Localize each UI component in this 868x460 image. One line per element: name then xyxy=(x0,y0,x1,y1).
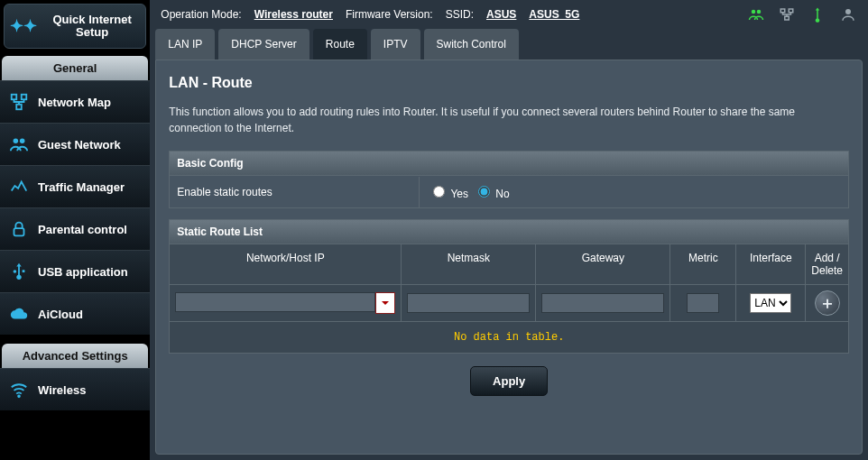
sidebar-item-label: AiCloud xyxy=(38,308,83,321)
sidebar-item-label: Wireless xyxy=(38,383,86,397)
tab-iptv[interactable]: IPTV xyxy=(371,29,420,60)
sidebar-item-aicloud[interactable]: AiCloud xyxy=(0,292,150,335)
operation-mode-label: Operation Mode: xyxy=(161,8,241,21)
metric-input[interactable] xyxy=(687,293,719,313)
svg-rect-1 xyxy=(22,95,27,100)
col-header-action: Add / Delete xyxy=(806,244,848,284)
tabs: LAN IP DHCP Server Route IPTV Switch Con… xyxy=(150,29,868,60)
network-icon[interactable] xyxy=(778,5,796,23)
firmware-version-label: Firmware Version: xyxy=(346,8,433,21)
guest-status-icon[interactable] xyxy=(839,5,857,23)
netmask-input[interactable] xyxy=(407,293,530,313)
traffic-manager-icon xyxy=(9,177,29,197)
guest-network-icon xyxy=(9,134,29,154)
add-route-button[interactable]: ＋ xyxy=(815,290,840,316)
clients-icon[interactable] xyxy=(747,5,765,23)
nav-general: Network Map Guest Network Traffic Manage… xyxy=(0,80,150,335)
tab-route[interactable]: Route xyxy=(313,29,367,60)
table-input-row: LAN ＋ xyxy=(169,285,849,322)
page-description: This function allows you to add routing … xyxy=(169,104,849,136)
sidebar-item-wireless[interactable]: Wireless xyxy=(0,368,150,410)
ssid-value-2[interactable]: ASUS_5G xyxy=(529,8,579,21)
interface-select[interactable]: LAN xyxy=(750,293,791,313)
svg-rect-0 xyxy=(12,95,17,100)
content: Operation Mode: Wireless router Firmware… xyxy=(150,0,868,460)
wand-icon: ✦✦ xyxy=(10,16,37,36)
enable-no-option[interactable]: No xyxy=(474,183,510,200)
wireless-icon xyxy=(9,380,29,400)
sidebar-item-label: Guest Network xyxy=(38,138,121,152)
tab-lan-ip[interactable]: LAN IP xyxy=(155,29,215,60)
page-title: LAN - Route xyxy=(169,75,849,91)
svg-rect-5 xyxy=(14,228,24,235)
svg-rect-9 xyxy=(780,9,785,13)
sidebar-item-label: USB application xyxy=(38,265,128,279)
sidebar-item-label: Network Map xyxy=(38,96,111,109)
svg-rect-11 xyxy=(785,16,790,20)
tab-dhcp-server[interactable]: DHCP Server xyxy=(218,29,309,60)
svg-point-4 xyxy=(20,139,24,144)
tab-switch-control[interactable]: Switch Control xyxy=(424,29,519,60)
col-header-ip: Network/Host IP xyxy=(170,244,402,284)
quick-setup-label: Quick Internet Setup xyxy=(44,14,140,39)
section-header-general: General xyxy=(2,56,148,80)
nav-advanced: Wireless xyxy=(0,368,150,410)
network-host-ip-dropdown[interactable] xyxy=(375,292,395,314)
svg-rect-2 xyxy=(16,105,22,110)
section-header-advanced: Advanced Settings xyxy=(2,344,148,368)
svg-point-8 xyxy=(757,10,762,14)
apply-button[interactable]: Apply xyxy=(470,366,548,396)
gateway-input[interactable] xyxy=(541,293,664,313)
topbar: Operation Mode: Wireless router Firmware… xyxy=(150,0,868,29)
svg-point-7 xyxy=(752,10,756,14)
col-header-netmask: Netmask xyxy=(402,244,536,284)
svg-point-12 xyxy=(845,9,851,14)
static-route-list-header: Static Route List xyxy=(169,219,849,244)
sidebar-item-network-map[interactable]: Network Map xyxy=(0,80,150,123)
plus-icon: ＋ xyxy=(819,292,836,314)
col-header-metric: Metric xyxy=(670,244,736,284)
usb-app-icon xyxy=(9,262,29,281)
parental-control-icon xyxy=(9,219,29,239)
network-host-ip-combo[interactable] xyxy=(175,292,395,314)
no-data-message: No data in table. xyxy=(169,322,849,354)
operation-mode-value[interactable]: Wireless router xyxy=(254,8,333,21)
panel: LAN - Route This function allows you to … xyxy=(155,60,863,455)
sidebar-item-label: Parental control xyxy=(38,223,127,236)
enable-yes-option[interactable]: Yes xyxy=(429,183,468,200)
ssid-value-1[interactable]: ASUS xyxy=(486,8,516,21)
sidebar-item-label: Traffic Manager xyxy=(38,180,125,194)
sidebar-item-guest-network[interactable]: Guest Network xyxy=(0,123,150,165)
enable-static-routes-row: Enable static routes Yes No xyxy=(169,176,849,208)
col-header-interface: Interface xyxy=(736,244,806,284)
basic-config-header: Basic Config xyxy=(169,151,849,176)
quick-internet-setup[interactable]: ✦✦ Quick Internet Setup xyxy=(4,4,146,49)
ssid-label: SSID: xyxy=(446,8,474,21)
table-header: Network/Host IP Netmask Gateway Metric I… xyxy=(169,244,849,285)
network-map-icon xyxy=(9,92,29,112)
col-header-gateway: Gateway xyxy=(536,244,670,284)
sidebar: ✦✦ Quick Internet Setup General Network … xyxy=(0,0,150,460)
svg-rect-10 xyxy=(789,9,793,13)
aicloud-icon xyxy=(9,304,29,324)
svg-point-3 xyxy=(14,139,18,144)
svg-point-6 xyxy=(18,395,20,397)
network-host-ip-input[interactable] xyxy=(175,292,375,312)
sidebar-item-usb-application[interactable]: USB application xyxy=(0,250,150,292)
enable-static-routes-label: Enable static routes xyxy=(170,177,420,207)
usb-status-icon[interactable] xyxy=(808,5,826,23)
sidebar-item-traffic-manager[interactable]: Traffic Manager xyxy=(0,165,150,207)
sidebar-item-parental-control[interactable]: Parental control xyxy=(0,207,150,250)
